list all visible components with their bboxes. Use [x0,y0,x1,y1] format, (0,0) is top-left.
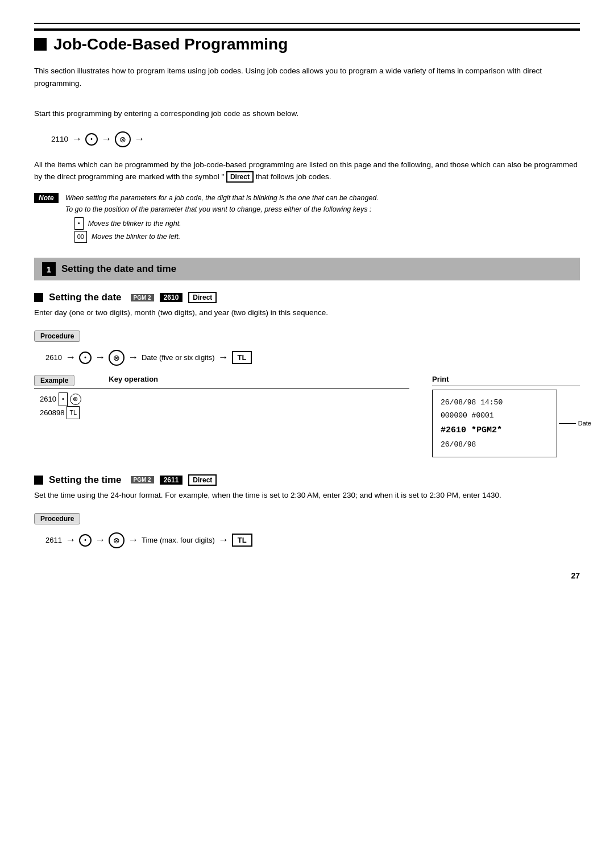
print-header-label: Print [432,375,580,386]
time-arrow2: → [95,534,105,546]
time-dot-btn: • [79,534,92,547]
x-button: ⊗ [115,131,131,147]
section1-header: 1 Setting the date and time [34,258,580,280]
print-box: 26/08/98 14:50 000000 #0001 #2610 *PGM2*… [432,390,557,457]
direct-badge-inline: Direct [226,171,254,183]
dot-button: • [85,133,98,146]
page-number: 27 [34,571,580,580]
key-op-header: Key operation [109,375,158,386]
date-side-label: Date [559,420,591,427]
note-content: When setting the parameters for a job co… [65,192,379,244]
proc-x-btn: ⊗ [109,350,125,366]
example-header: Example Key operation [34,375,409,389]
example-right: Print 26/08/98 14:50 000000 #0001 #2610 … [432,375,580,457]
proc-arrow3: → [128,352,138,363]
procedure-badge-date: Procedure [34,325,580,346]
setting-date-title: Setting the date PGM 2 2610 Direct [34,292,580,303]
setting-time-title: Setting the time PGM 2 2611 Direct [34,474,580,486]
direct-badge-time: Direct [188,474,217,486]
proc-arrow1: → [65,352,76,363]
arrow-icon3: → [134,133,144,145]
print-line1: 26/08/98 14:50 [441,396,549,409]
time-x-btn: ⊗ [109,532,125,548]
x-btn-small: ⊗ [70,394,81,405]
time-arrow1: → [65,534,76,546]
note-bullet-1: • Moves the blinker to the right. [74,217,379,230]
direct-badge-date: Direct [188,292,217,303]
print-line3: #2610 *PGM2* [441,423,549,438]
time-arrow4: → [218,534,229,546]
print-line4: 26/08/98 [441,438,549,451]
quote-open: " [221,172,226,181]
intro-paragraph2: Start this programming by entering a cor… [34,108,580,120]
key-dot-small: • [59,392,68,406]
key-ops-area: 2610 • ⊗ 260898 TL [40,392,409,420]
note-label: Note [34,193,59,203]
procedure-flow-date: 2610 → • → ⊗ → Date (five or six digits)… [45,350,580,366]
black-square-icon [34,293,43,302]
proc-dot-btn: • [79,352,92,364]
example-section-date: Example Key operation 2610 • ⊗ 260898 TL… [34,375,580,457]
bullet-key-00: 00 [74,231,87,243]
black-square-icon2 [34,476,43,485]
flow-start-label: 2110 [51,135,68,143]
example-left: Example Key operation 2610 • ⊗ 260898 TL [34,375,409,420]
tl-button-time: TL [232,534,252,547]
section1-title: Setting the date and time [61,263,176,275]
print-line2: 000000 #0001 [441,409,549,422]
intro-paragraph1: This section illustrates how to program … [34,65,580,89]
body-paragraph3: All the items which can be programmed by… [34,159,580,183]
page-title: Job-Code-Based Programming [34,28,580,53]
bullet-key-dot: • [74,217,84,230]
code-2610-badge: 2610 [160,293,183,302]
time-arrow3: → [128,534,138,546]
procedure-badge-time: Procedure [34,507,580,529]
title-square-icon [34,38,47,51]
print-box-wrapper: 26/08/98 14:50 000000 #0001 #2610 *PGM2*… [432,390,557,457]
note-box: Note When setting the parameters for a j… [34,192,580,244]
proc-arrow4: → [218,352,229,363]
section-number: 1 [42,262,56,276]
proc-date-label: Date (five or six digits) [142,353,215,362]
code-2611-badge: 2611 [160,476,183,485]
procedure-flow-time: 2611 → • → ⊗ → Time (max. four digits) →… [45,532,580,548]
example-badge: Example [34,375,74,386]
flow-2110: 2110 → • → ⊗ → [51,131,580,147]
arrow-icon2: → [101,133,111,145]
note-bullet-2: 00 Moves the blinker to the left. [74,231,379,243]
setting-date-desc: Enter day (one or two digits), month (tw… [34,307,580,319]
proc-arrow2: → [95,352,105,363]
key-op-row2: 260898 TL [40,406,409,420]
time-start-2611: 2611 [45,536,62,544]
pgm2-badge: PGM 2 [131,294,154,301]
time-flow-label: Time (max. four digits) [142,536,215,544]
tl-key-small: TL [67,406,80,420]
tl-button-date: TL [232,351,252,364]
key-op-row1: 2610 • ⊗ [40,392,409,406]
arrow-icon: → [72,133,82,145]
pgm2-badge-time: PGM 2 [131,476,154,483]
proc-start-2610: 2610 [45,353,62,362]
setting-time-desc: Set the time using the 24-hour format. F… [34,489,580,502]
